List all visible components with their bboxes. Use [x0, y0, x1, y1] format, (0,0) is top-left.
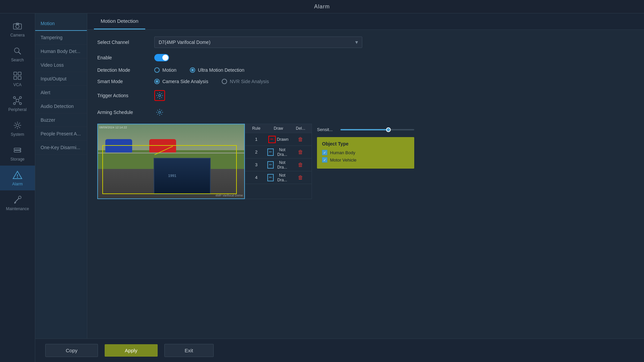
draw-icon-3[interactable]: ✏	[267, 161, 274, 169]
svg-rect-5	[14, 72, 17, 75]
svg-point-27	[159, 95, 161, 97]
sidebar-label-system: System	[11, 132, 24, 137]
rule-num-3: 3	[245, 162, 267, 167]
draw-cell-1: ✏ Drawn	[267, 136, 289, 143]
camera-watermark: 4MP Varifocal Dome	[215, 194, 243, 197]
svg-point-12	[13, 103, 15, 105]
arming-schedule-row: Arming Schedule	[97, 107, 634, 118]
sub-item-buzzer[interactable]: Buzzer	[35, 113, 87, 127]
svg-rect-6	[18, 72, 21, 75]
detection-mode-radio-group: Motion Ultra Motion Detection	[154, 67, 245, 73]
rule-num-2: 2	[245, 149, 267, 155]
exit-button[interactable]: Exit	[164, 344, 214, 357]
enable-label: Enable	[97, 55, 148, 60]
sub-item-input-output[interactable]: Input/Output	[35, 72, 87, 86]
svg-line-14	[15, 99, 16, 100]
sensitivity-slider-fill	[340, 129, 388, 130]
camera-feed: 1991 08/09/2024 12:14:22 4MP Varifocal D…	[97, 124, 245, 199]
trigger-actions-row: Trigger Actions	[97, 90, 634, 101]
sidebar: Camera Search VCA	[0, 13, 35, 362]
delete-icon-3[interactable]: 🗑	[298, 162, 303, 168]
draw-icon-4[interactable]: ✏	[267, 174, 274, 181]
radio-ultra-circle	[190, 67, 195, 73]
smart-mode-radio-group: Camera Side Analysis NVR Side Analysis	[154, 79, 269, 84]
maintenance-icon	[12, 194, 23, 205]
object-type-human-body[interactable]: ✓ Human Body	[322, 150, 409, 155]
select-channel-wrapper: D7(4MP Varifocal Dome) D1(Camera 1) D2(C…	[154, 37, 362, 48]
sidebar-label-vca: VCA	[13, 82, 22, 87]
apply-button[interactable]: Apply	[105, 344, 158, 357]
select-channel-row: Select Channel D7(4MP Varifocal Dome) D1…	[97, 37, 634, 48]
rules-col-draw: Draw	[267, 124, 289, 133]
vca-icon	[12, 70, 23, 81]
sidebar-item-storage[interactable]: Storage	[0, 141, 35, 166]
checkbox-human-body: ✓	[322, 150, 327, 155]
sensitivity-slider-thumb[interactable]	[386, 127, 391, 132]
smart-mode-camera-side[interactable]: Camera Side Analysis	[154, 79, 208, 84]
rules-row-1: 1 ✏ Drawn 🗑	[245, 133, 312, 146]
sidebar-item-system[interactable]: System	[0, 116, 35, 141]
sub-item-audio-detection[interactable]: Audio Detection	[35, 100, 87, 113]
rule-num-1: 1	[245, 137, 267, 142]
svg-point-26	[18, 196, 21, 199]
enable-row: Enable	[97, 54, 634, 61]
tab-motion-detection[interactable]: Motion Detection	[94, 13, 145, 29]
system-icon	[12, 120, 23, 131]
radio-motion-circle	[154, 67, 160, 73]
sub-sidebar: Motion Tampering Human Body Det... Video…	[35, 13, 87, 362]
sub-item-people-present[interactable]: People Present A...	[35, 127, 87, 141]
smart-mode-row: Smart Mode Camera Side Analysis NVR Side…	[97, 79, 634, 84]
draw-icon-2[interactable]: ✏	[267, 148, 274, 156]
sub-item-alert[interactable]: Alert	[35, 86, 87, 100]
svg-rect-7	[14, 76, 17, 79]
sidebar-item-vca[interactable]: VCA	[0, 66, 35, 91]
delete-icon-4[interactable]: 🗑	[298, 175, 303, 181]
select-channel-label: Select Channel	[97, 40, 148, 45]
svg-line-16	[15, 102, 16, 103]
rules-row-4: 4 ✏ Not Dra... 🗑	[245, 171, 312, 184]
sub-item-video-loss[interactable]: Video Loss	[35, 58, 87, 72]
svg-point-28	[159, 111, 161, 113]
sensitivity-slider-track	[340, 129, 414, 130]
object-type-title: Object Type	[322, 141, 409, 146]
svg-rect-8	[18, 76, 21, 79]
sidebar-item-maintenance[interactable]: Maintenance	[0, 190, 35, 215]
sub-item-one-key-disarm[interactable]: One-Key Disarmi...	[35, 141, 87, 155]
sidebar-item-camera[interactable]: Camera	[0, 17, 35, 42]
content-area: Motion Detection Select Channel D7(4MP V…	[87, 13, 644, 362]
delete-cell-2: 🗑	[289, 149, 312, 155]
sidebar-label-search: Search	[11, 58, 24, 62]
sub-item-human-body[interactable]: Human Body Det...	[35, 45, 87, 58]
svg-point-1	[16, 25, 19, 28]
sensitivity-panel: Sensit... Object Type ✓ Human Body	[312, 124, 419, 199]
delete-icon-1[interactable]: 🗑	[298, 136, 303, 142]
delete-cell-1: 🗑	[289, 136, 312, 142]
object-type-motor-vehicle[interactable]: ✓ Motor Vehicle	[322, 157, 409, 163]
detection-mode-motion[interactable]: Motion	[154, 67, 176, 73]
svg-point-21	[20, 149, 20, 149]
delete-icon-2[interactable]: 🗑	[298, 149, 303, 155]
enable-toggle[interactable]	[154, 54, 169, 61]
sidebar-item-peripheral[interactable]: Peripheral	[0, 91, 35, 116]
svg-point-18	[16, 124, 19, 127]
svg-point-13	[19, 103, 21, 105]
draw-cell-4: ✏ Not Dra...	[267, 173, 289, 182]
smart-mode-nvr-side[interactable]: NVR Side Analysis	[222, 79, 269, 84]
sub-item-motion[interactable]: Motion	[35, 17, 87, 31]
sidebar-item-search[interactable]: Search	[0, 42, 35, 66]
rules-table: Rule Draw Del... 1 ✏ Drawn 🗑	[245, 124, 312, 199]
trigger-actions-button[interactable]	[154, 90, 165, 101]
camera-timestamp: 08/09/2024 12:14:22	[99, 126, 127, 129]
arming-schedule-button[interactable]	[154, 107, 165, 118]
detection-mode-ultra[interactable]: Ultra Motion Detection	[190, 67, 245, 73]
sub-item-tampering[interactable]: Tampering	[35, 31, 87, 45]
form-area: Select Channel D7(4MP Varifocal Dome) D1…	[87, 30, 644, 362]
sidebar-item-alarm[interactable]: Alarm	[0, 166, 35, 190]
draw-icon-1[interactable]: ✏	[268, 136, 276, 143]
select-channel-dropdown[interactable]: D7(4MP Varifocal Dome) D1(Camera 1) D2(C…	[154, 37, 362, 48]
camera-icon	[12, 21, 23, 32]
svg-point-22	[20, 151, 20, 152]
page-title: Alarm	[314, 4, 330, 10]
copy-button[interactable]: Copy	[45, 344, 98, 357]
bottom-bar: Copy Apply Exit	[35, 339, 644, 362]
